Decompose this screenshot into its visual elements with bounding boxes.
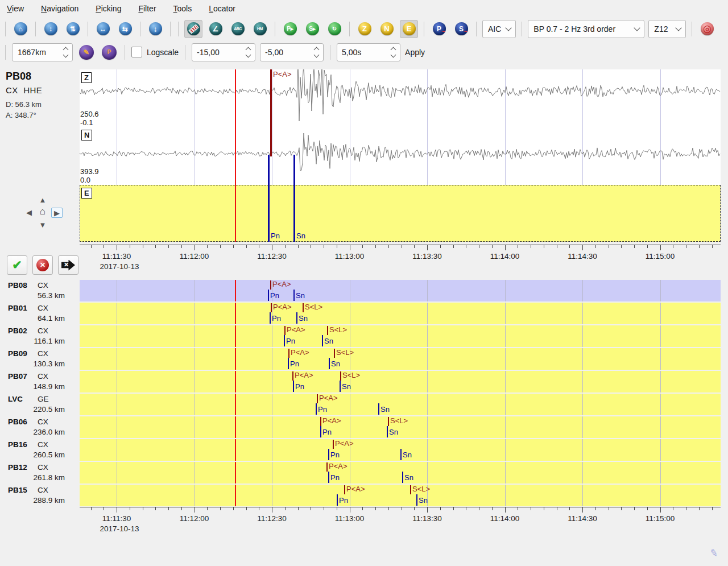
pick-marker-s[interactable] <box>410 485 411 494</box>
measure-ruler-button[interactable] <box>184 20 202 38</box>
skip-station-button[interactable]: ✕ <box>58 255 78 275</box>
pick-marker-sn[interactable] <box>378 403 379 415</box>
repick-window-button[interactable]: P <box>100 43 118 61</box>
picker-algorithm-select[interactable]: AIC <box>482 20 516 38</box>
pick-p-button[interactable]: P▸ <box>281 20 299 38</box>
spinner-arrows-icon[interactable] <box>64 48 68 57</box>
pick-marker-p[interactable] <box>271 303 272 312</box>
station-row-pb16[interactable]: PB16CX260.5 kmP<A>PnSn <box>0 439 728 461</box>
component-e-button[interactable]: E <box>400 20 418 38</box>
amplitude-reset-button[interactable]: ⇅ <box>64 20 82 38</box>
pick-marker-p[interactable] <box>284 326 286 335</box>
station-row-pb15[interactable]: PB15CX288.9 kmP<A>S<L>PnSn <box>0 485 728 506</box>
pick-marker-pn[interactable] <box>337 494 338 506</box>
pick-marker-p[interactable] <box>270 69 272 156</box>
pick-marker-p[interactable] <box>270 280 271 290</box>
station-trace[interactable]: P<A>S<L>PnSn <box>80 416 721 438</box>
station-trace[interactable]: P<A>PnSn <box>80 462 721 484</box>
orientation-select[interactable]: Z12 <box>648 20 686 38</box>
window-begin-spinbox[interactable]: -15,00 <box>192 43 255 61</box>
pick-marker-sn[interactable] <box>293 290 295 301</box>
pick-marker-p[interactable] <box>317 394 318 403</box>
filter-select[interactable]: BP 0.7 - 2 Hz 3rd order <box>528 20 644 38</box>
pick-marker-s[interactable] <box>388 417 389 426</box>
polarization-button[interactable]: ∠ <box>206 20 225 38</box>
scroll-left-icon[interactable]: ◀ <box>24 208 34 217</box>
menu-filter[interactable]: Filter <box>138 4 156 13</box>
pick-s-button[interactable]: S▸ <box>303 20 321 38</box>
window-end-spinbox[interactable]: -5,00 <box>260 43 324 61</box>
station-row-lvc[interactable]: LVCGE220.5 kmP<A>PnSn <box>0 394 728 415</box>
scroll-down-icon[interactable]: ▼ <box>38 220 48 229</box>
station-row-pb12[interactable]: PB12CX261.8 kmP<A>PnSn <box>0 462 728 484</box>
pick-marker-s[interactable] <box>340 371 341 381</box>
pick-marker-pn[interactable] <box>328 449 329 460</box>
station-trace[interactable]: P<A>S<L>PnSn <box>80 303 721 324</box>
menu-locator[interactable]: Locator <box>209 4 235 13</box>
confirm-pick-button[interactable]: ✔ <box>7 255 27 275</box>
pick-marker-s[interactable] <box>334 349 335 358</box>
time-ruler-button[interactable]: HM <box>251 20 269 38</box>
pick-marker-s[interactable] <box>303 303 304 312</box>
repick-auto-button[interactable]: ↻ <box>325 20 344 38</box>
component-z-button[interactable]: Z <box>355 20 374 38</box>
station-row-pb02[interactable]: PB02CX116.1 kmP<A>S<L>PnSn <box>0 325 728 347</box>
station-trace[interactable]: P<A>PnSn <box>80 280 721 301</box>
pick-marker-sn[interactable] <box>387 426 388 437</box>
station-row-pb09[interactable]: PB09CX130.3 kmP<A>S<L>PnSn <box>0 348 728 370</box>
home-reset-icon[interactable]: ⌂ <box>38 207 48 216</box>
distance-range-combo[interactable]: 1667km <box>12 43 73 61</box>
pick-marker-p[interactable] <box>288 349 289 358</box>
pick-marker-p[interactable] <box>292 371 293 381</box>
pick-marker-p[interactable] <box>320 417 321 426</box>
station-row-pb07[interactable]: PB07CX148.9 kmP<A>S<L>PnSn <box>0 371 728 393</box>
station-trace[interactable]: P<A>S<L>PnSn <box>80 371 721 393</box>
pick-marker-pn[interactable] <box>328 472 329 483</box>
amplitude-zoom-button[interactable]: ↕ <box>42 20 60 38</box>
station-row-pb01[interactable]: PB01CX64.1 kmP<A>S<L>PnSn <box>0 303 728 324</box>
station-trace[interactable]: P<A>S<L>PnSn <box>80 485 721 506</box>
pick-marker-pn[interactable] <box>288 358 289 369</box>
component-n-button[interactable]: N <box>378 20 396 38</box>
waveform-panel[interactable]: P<A>PnSn Z N E 250.6 -0.1 393.9 0.0 <box>80 69 721 242</box>
spinner-arrows-icon[interactable] <box>391 48 395 57</box>
pick-marker-pn[interactable] <box>293 381 294 392</box>
menu-view[interactable]: View <box>7 4 24 13</box>
spinner-arrows-icon[interactable] <box>315 48 318 57</box>
scroll-up-icon[interactable]: ▲ <box>38 195 48 204</box>
show-theoretical-s-button[interactable]: S~ <box>452 20 470 38</box>
pick-marker-s[interactable] <box>327 326 328 335</box>
station-trace[interactable]: P<A>PnSn <box>80 439 721 461</box>
station-trace[interactable]: P<A>PnSn <box>80 394 721 415</box>
pick-marker-p[interactable] <box>326 462 328 472</box>
station-row-pb08[interactable]: PB08CX56.3 kmP<A>PnSn <box>0 280 728 301</box>
duration-spinbox[interactable]: 5,00s <box>337 43 400 61</box>
pick-marker-pn[interactable] <box>268 155 270 242</box>
menu-tools[interactable]: Tools <box>173 4 192 13</box>
home-view-button[interactable]: ⌂ <box>11 20 30 38</box>
time-zoom-button[interactable]: ↔ <box>94 20 112 38</box>
pick-marker-pn[interactable] <box>320 426 321 437</box>
station-trace[interactable]: P<A>S<L>PnSn <box>80 348 721 370</box>
pick-marker-sn[interactable] <box>329 358 330 369</box>
pick-marker-pn[interactable] <box>268 290 269 301</box>
edit-picks-button[interactable]: ✎ <box>77 43 96 61</box>
station-row-pb06[interactable]: PB06CX236.0 kmP<A>S<L>PnSn <box>0 416 728 438</box>
pick-marker-pn[interactable] <box>316 403 317 415</box>
pick-marker-p[interactable] <box>344 485 345 494</box>
apply-button[interactable]: Apply <box>405 48 425 57</box>
pick-marker-sn[interactable] <box>340 381 341 392</box>
scroll-right-icon[interactable]: ▶ <box>51 208 63 218</box>
phase-names-button[interactable]: ABC <box>229 20 247 38</box>
pick-marker-pn[interactable] <box>284 335 285 346</box>
show-theoretical-p-button[interactable]: P~ <box>430 20 448 38</box>
pick-marker-pn[interactable] <box>270 312 271 324</box>
pick-marker-sn[interactable] <box>296 312 297 324</box>
pick-marker-sn[interactable] <box>402 472 403 483</box>
pick-marker-sn[interactable] <box>416 494 417 506</box>
pick-marker-p[interactable] <box>333 440 334 449</box>
spinner-arrows-icon[interactable] <box>246 48 250 57</box>
normalize-amplitude-button[interactable]: ↨ <box>146 20 164 38</box>
pick-marker-sn[interactable] <box>400 449 402 460</box>
menu-navigation[interactable]: Navigation <box>41 4 78 13</box>
